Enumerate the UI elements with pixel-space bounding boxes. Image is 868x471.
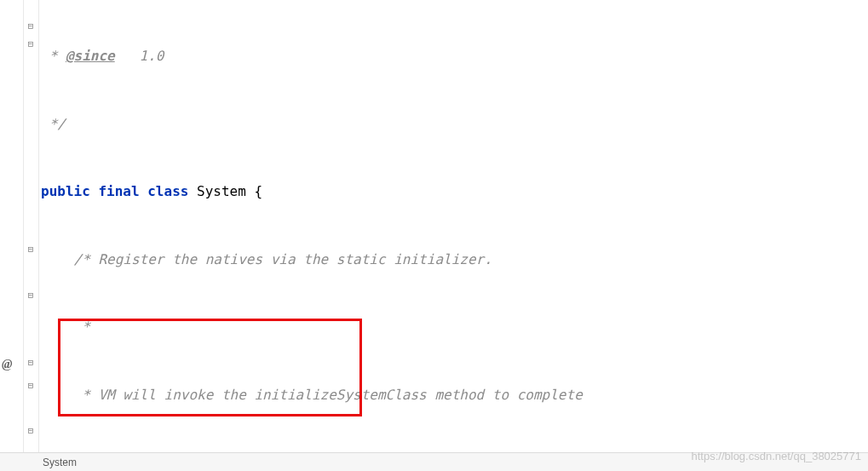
keyword: public final class: [41, 183, 188, 199]
fold-marker[interactable]: ⊟: [26, 380, 36, 391]
comment-text: *: [41, 319, 90, 335]
fold-marker[interactable]: ⊟: [26, 38, 36, 49]
comment-end: */: [41, 116, 66, 132]
code-editor[interactable]: * @since 1.0 */ public final class Syste…: [39, 0, 868, 471]
override-icon[interactable]: @: [2, 357, 12, 371]
fold-marker[interactable]: ⊟: [26, 20, 36, 32]
doc-tag-since: @since: [66, 48, 115, 64]
fold-marker[interactable]: ⊟: [26, 290, 36, 301]
fold-marker[interactable]: ⊟: [26, 357, 36, 368]
fold-marker[interactable]: ⊟: [26, 244, 36, 255]
editor-gutter: ⊟ ⊟ ⊟ ⊟ @ ⊟ ⊟ ⊟: [0, 0, 39, 471]
breadcrumb-item[interactable]: System: [43, 457, 77, 468]
comment-text: * VM will invoke the initializeSystemCla…: [41, 387, 583, 403]
comment-text: /* Register the natives via the static i…: [41, 251, 492, 267]
comment-text: *: [41, 48, 66, 64]
class-name: System {: [188, 183, 262, 199]
fold-marker[interactable]: ⊟: [26, 425, 36, 436]
breadcrumb-bar[interactable]: System: [0, 452, 868, 471]
comment-text: 1.0: [115, 48, 164, 64]
